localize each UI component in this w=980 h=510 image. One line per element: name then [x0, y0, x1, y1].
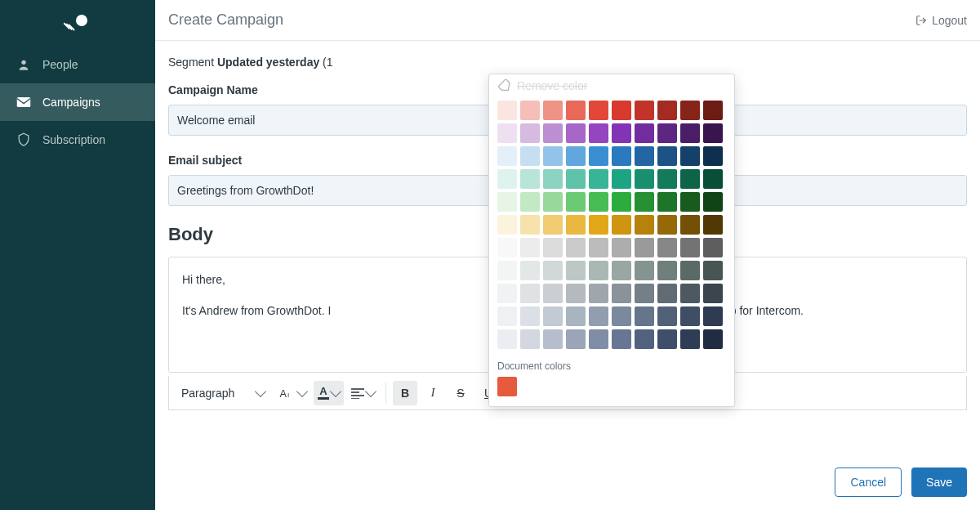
- sidebar-item-campaigns[interactable]: Campaigns: [0, 83, 155, 121]
- color-swatch[interactable]: [589, 284, 608, 303]
- color-swatch[interactable]: [657, 261, 677, 280]
- color-swatch[interactable]: [589, 329, 608, 349]
- paragraph-select[interactable]: Paragraph: [174, 381, 272, 405]
- color-swatch[interactable]: [497, 192, 517, 212]
- color-swatch[interactable]: [497, 261, 517, 280]
- color-swatch[interactable]: [635, 306, 654, 326]
- color-swatch[interactable]: [589, 238, 608, 257]
- color-swatch[interactable]: [589, 101, 608, 120]
- color-swatch[interactable]: [635, 146, 654, 166]
- color-swatch[interactable]: [657, 101, 677, 120]
- color-swatch[interactable]: [543, 123, 563, 143]
- color-swatch[interactable]: [566, 215, 586, 235]
- color-swatch[interactable]: [520, 169, 540, 189]
- color-swatch[interactable]: [657, 215, 677, 235]
- bold-button[interactable]: B: [393, 381, 417, 405]
- font-size-button[interactable]: AI: [275, 381, 310, 405]
- color-swatch[interactable]: [566, 123, 586, 143]
- color-swatch[interactable]: [520, 306, 540, 326]
- color-swatch[interactable]: [635, 123, 654, 143]
- color-swatch[interactable]: [543, 261, 563, 280]
- color-swatch[interactable]: [680, 284, 700, 303]
- color-swatch[interactable]: [703, 169, 723, 189]
- color-swatch[interactable]: [680, 101, 700, 120]
- color-swatch[interactable]: [566, 329, 586, 349]
- color-swatch[interactable]: [703, 329, 723, 349]
- color-swatch[interactable]: [703, 101, 723, 120]
- color-swatch[interactable]: [680, 329, 700, 349]
- color-swatch[interactable]: [566, 101, 586, 120]
- color-swatch[interactable]: [497, 215, 517, 235]
- color-swatch[interactable]: [635, 169, 654, 189]
- color-swatch[interactable]: [635, 215, 654, 235]
- color-swatch[interactable]: [497, 329, 517, 349]
- color-swatch[interactable]: [703, 192, 723, 212]
- color-swatch[interactable]: [543, 215, 563, 235]
- color-swatch[interactable]: [589, 192, 608, 212]
- color-swatch[interactable]: [543, 284, 563, 303]
- color-swatch[interactable]: [657, 169, 677, 189]
- color-swatch[interactable]: [680, 146, 700, 166]
- color-swatch[interactable]: [520, 261, 540, 280]
- color-swatch[interactable]: [543, 169, 563, 189]
- color-swatch[interactable]: [543, 329, 563, 349]
- remove-color-button[interactable]: Remove color: [497, 79, 726, 92]
- color-swatch[interactable]: [543, 306, 563, 326]
- color-swatch[interactable]: [566, 146, 586, 166]
- align-button[interactable]: [347, 381, 379, 405]
- color-swatch[interactable]: [589, 123, 608, 143]
- color-swatch[interactable]: [589, 215, 608, 235]
- color-swatch[interactable]: [657, 123, 677, 143]
- color-swatch[interactable]: [520, 192, 540, 212]
- color-swatch[interactable]: [566, 284, 586, 303]
- color-swatch[interactable]: [520, 284, 540, 303]
- color-swatch[interactable]: [497, 146, 517, 166]
- color-swatch[interactable]: [543, 238, 563, 257]
- save-button[interactable]: Save: [911, 468, 967, 497]
- logout-button[interactable]: Logout: [915, 14, 967, 27]
- color-swatch[interactable]: [635, 329, 654, 349]
- color-swatch[interactable]: [497, 123, 517, 143]
- color-swatch[interactable]: [612, 146, 631, 166]
- color-swatch[interactable]: [703, 215, 723, 235]
- color-swatch[interactable]: [657, 238, 677, 257]
- color-swatch[interactable]: [680, 261, 700, 280]
- color-swatch[interactable]: [680, 192, 700, 212]
- color-swatch[interactable]: [680, 123, 700, 143]
- color-swatch[interactable]: [612, 101, 631, 120]
- font-color-button[interactable]: A: [314, 381, 344, 405]
- color-swatch[interactable]: [543, 192, 563, 212]
- italic-button[interactable]: I: [421, 381, 445, 405]
- color-swatch[interactable]: [543, 146, 563, 166]
- color-swatch[interactable]: [497, 238, 517, 257]
- color-swatch[interactable]: [520, 215, 540, 235]
- color-swatch[interactable]: [635, 261, 654, 280]
- strike-button[interactable]: S: [448, 381, 473, 405]
- color-swatch[interactable]: [566, 192, 586, 212]
- color-swatch[interactable]: [612, 192, 631, 212]
- color-swatch[interactable]: [520, 146, 540, 166]
- sidebar-item-people[interactable]: People: [0, 46, 155, 83]
- color-swatch[interactable]: [657, 146, 677, 166]
- color-swatch[interactable]: [657, 329, 677, 349]
- color-swatch[interactable]: [703, 123, 723, 143]
- color-swatch[interactable]: [589, 306, 608, 326]
- color-swatch[interactable]: [497, 306, 517, 326]
- color-swatch[interactable]: [566, 238, 586, 257]
- color-swatch[interactable]: [612, 169, 631, 189]
- color-swatch[interactable]: [520, 123, 540, 143]
- color-swatch[interactable]: [589, 169, 608, 189]
- color-swatch[interactable]: [635, 284, 654, 303]
- color-swatch[interactable]: [703, 306, 723, 326]
- color-swatch[interactable]: [680, 238, 700, 257]
- color-swatch[interactable]: [497, 169, 517, 189]
- cancel-button[interactable]: Cancel: [835, 468, 902, 497]
- color-swatch[interactable]: [566, 306, 586, 326]
- color-swatch[interactable]: [612, 123, 631, 143]
- color-swatch[interactable]: [635, 101, 654, 120]
- color-swatch[interactable]: [612, 238, 631, 257]
- color-swatch[interactable]: [657, 284, 677, 303]
- color-swatch[interactable]: [703, 261, 723, 280]
- color-swatch[interactable]: [680, 215, 700, 235]
- color-swatch[interactable]: [589, 261, 608, 280]
